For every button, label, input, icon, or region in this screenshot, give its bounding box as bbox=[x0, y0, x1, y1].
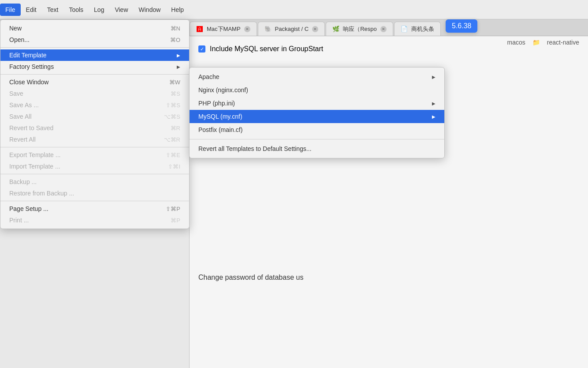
menu-factory-settings[interactable]: Factory Settings ▶ bbox=[0, 61, 189, 72]
macos-label: macos bbox=[507, 39, 525, 46]
mysql-submenu-arrow: ▶ bbox=[432, 114, 435, 119]
shangjitoutiao-icon: 📄 bbox=[401, 26, 408, 33]
tab-shangjitoutiao[interactable]: 📄 商机头条 bbox=[394, 22, 441, 36]
menu-backup-label: Backup ... bbox=[9, 178, 37, 185]
php-submenu-arrow: ▶ bbox=[432, 101, 435, 106]
menu-import-shortcut: ⇧⌘I bbox=[168, 163, 180, 170]
submenu-mysql-label: MySQL (my.cnf) bbox=[198, 113, 242, 120]
menubar-text[interactable]: Text bbox=[42, 4, 64, 16]
menu-save-as-label: Save As ... bbox=[9, 101, 39, 109]
menu-export-shortcut: ⇧⌘E bbox=[166, 152, 180, 158]
submenu-apache[interactable]: Apache ▶ bbox=[190, 70, 444, 83]
tab-packagist[interactable]: 🐘 Packagist / C ✕ bbox=[258, 22, 325, 36]
menu-factory-settings-label: Factory Settings bbox=[9, 63, 54, 70]
menu-export-template-label: Export Template ... bbox=[9, 151, 60, 158]
tab-mamp-label: Mac下MAMP bbox=[207, 25, 241, 33]
menu-revert-all-shortcut: ⌥⌘R bbox=[164, 136, 180, 143]
menu-revert-saved-label: Revert to Saved bbox=[9, 124, 53, 131]
response-icon: 🌿 bbox=[332, 26, 339, 33]
menu-restore-backup-label: Restore from Backup ... bbox=[9, 190, 74, 197]
edit-template-arrow: ▶ bbox=[177, 53, 180, 58]
submenu-revert-templates[interactable]: Revert all Templates to Default Settings… bbox=[190, 142, 444, 155]
submenu-mysql[interactable]: MySQL (my.cnf) ▶ bbox=[190, 110, 444, 123]
submenu-php[interactable]: PHP (php.ini) ▶ bbox=[190, 97, 444, 110]
menu-revert-all[interactable]: Revert All ⌥⌘R bbox=[0, 134, 189, 145]
include-mysql-checkbox[interactable]: ✓ bbox=[198, 45, 205, 53]
submenu-nginx[interactable]: Nginx (nginx.conf) bbox=[190, 83, 444, 97]
submenu-nginx-label: Nginx (nginx.conf) bbox=[198, 86, 248, 94]
menu-close-window-shortcut: ⌘W bbox=[169, 79, 180, 86]
menubar-view[interactable]: View bbox=[109, 4, 133, 16]
menu-sep-2 bbox=[0, 74, 189, 75]
tab-shangjitoutiao-label: 商机头条 bbox=[411, 25, 434, 33]
menu-new[interactable]: New ⌘N bbox=[0, 23, 189, 34]
menu-open-label: Open... bbox=[9, 36, 30, 43]
react-native-label: react-native bbox=[547, 39, 579, 46]
menu-print-label: Print ... bbox=[9, 217, 29, 224]
menu-restore-backup[interactable]: Restore from Backup ... bbox=[0, 188, 189, 199]
menubar-help[interactable]: Help bbox=[166, 4, 189, 16]
menu-sep-4 bbox=[0, 174, 189, 174]
menubar-edit[interactable]: Edit bbox=[21, 4, 42, 16]
menu-print-shortcut: ⌘P bbox=[171, 217, 180, 224]
tab-packagist-close[interactable]: ✕ bbox=[312, 26, 318, 32]
menu-edit-template-label: Edit Template bbox=[9, 52, 47, 59]
menubar: File Edit Text Tools Log View Window Hel… bbox=[0, 0, 588, 19]
menu-save-label: Save bbox=[9, 90, 23, 97]
mamp-icon: 🅰 bbox=[196, 26, 203, 33]
tab-packagist-label: Packagist / C bbox=[275, 26, 309, 32]
menu-open-shortcut: ⌘O bbox=[170, 37, 180, 43]
menu-revert-saved[interactable]: Revert to Saved ⌘R bbox=[0, 122, 189, 134]
menu-print[interactable]: Print ... ⌘P bbox=[0, 214, 189, 226]
submenu-postfix-label: Postfix (main.cf) bbox=[198, 126, 242, 133]
menu-sep-1 bbox=[0, 47, 189, 48]
top-right-info: macos 📁 react-native bbox=[507, 39, 579, 46]
mysql-version-badge[interactable]: 5.6.38 bbox=[446, 19, 477, 33]
menubar-file[interactable]: File bbox=[0, 4, 21, 16]
submenu-postfix[interactable]: Postfix (main.cf) bbox=[190, 123, 444, 136]
menu-page-setup[interactable]: Page Setup ... ⇧⌘P bbox=[0, 203, 189, 214]
include-mysql-label: Include MySQL server in GroupStart bbox=[210, 45, 323, 53]
menu-export-template[interactable]: Export Template ... ⇧⌘E bbox=[0, 149, 189, 161]
menu-page-setup-label: Page Setup ... bbox=[9, 205, 48, 212]
packagist-icon: 🐘 bbox=[264, 26, 272, 33]
tab-response-close[interactable]: ✕ bbox=[380, 26, 387, 32]
menu-save-as-shortcut: ⇧⌘S bbox=[166, 102, 180, 109]
menu-save-all-label: Save All bbox=[9, 113, 32, 120]
menu-save-all[interactable]: Save All ⌥⌘S bbox=[0, 111, 189, 122]
menu-save[interactable]: Save ⌘S bbox=[0, 88, 189, 99]
menu-import-template-label: Import Template ... bbox=[9, 163, 60, 170]
file-menu[interactable]: New ⌘N Open... ⌘O Edit Template ▶ Factor… bbox=[0, 19, 190, 229]
menu-new-label: New bbox=[9, 25, 22, 32]
menu-edit-template[interactable]: Edit Template ▶ bbox=[0, 49, 189, 61]
submenu-php-label: PHP (php.ini) bbox=[198, 100, 235, 107]
menu-backup[interactable]: Backup ... bbox=[0, 176, 189, 188]
menu-save-all-shortcut: ⌥⌘S bbox=[164, 113, 180, 120]
menu-revert-saved-shortcut: ⌘R bbox=[171, 125, 180, 131]
tab-response[interactable]: 🌿 响应（Respo ✕ bbox=[326, 22, 393, 36]
submenu-apache-label: Apache bbox=[198, 73, 219, 80]
menu-close-window[interactable]: Close Window ⌘W bbox=[0, 76, 189, 88]
submenu-revert-templates-label: Revert all Templates to Default Settings… bbox=[198, 145, 312, 152]
change-password-text: Change password of database us bbox=[198, 274, 579, 282]
menu-revert-all-label: Revert All bbox=[9, 136, 36, 143]
menu-close-window-label: Close Window bbox=[9, 79, 48, 86]
menubar-log[interactable]: Log bbox=[89, 4, 109, 16]
menu-sep-3 bbox=[0, 147, 189, 147]
edit-template-submenu[interactable]: Apache ▶ Nginx (nginx.conf) PHP (php.ini… bbox=[189, 67, 445, 158]
tab-response-label: 响应（Respo bbox=[343, 25, 377, 33]
tab-mamp[interactable]: 🅰 Mac下MAMP ✕ bbox=[190, 22, 257, 36]
folder-icon: 📁 bbox=[532, 39, 540, 46]
include-mysql-row: ✓ Include MySQL server in GroupStart bbox=[198, 45, 579, 53]
menu-import-template[interactable]: Import Template ... ⇧⌘I bbox=[0, 161, 189, 172]
menu-open[interactable]: Open... ⌘O bbox=[0, 34, 189, 45]
menu-save-as[interactable]: Save As ... ⇧⌘S bbox=[0, 99, 189, 111]
factory-settings-arrow: ▶ bbox=[177, 64, 180, 69]
menu-page-setup-shortcut: ⇧⌘P bbox=[166, 206, 180, 212]
tab-mamp-close[interactable]: ✕ bbox=[244, 26, 250, 32]
apache-submenu-arrow: ▶ bbox=[432, 75, 435, 79]
menu-sep-5 bbox=[0, 201, 189, 201]
menubar-window[interactable]: Window bbox=[134, 4, 166, 16]
menu-new-shortcut: ⌘N bbox=[171, 25, 180, 32]
menubar-tools[interactable]: Tools bbox=[63, 4, 89, 16]
